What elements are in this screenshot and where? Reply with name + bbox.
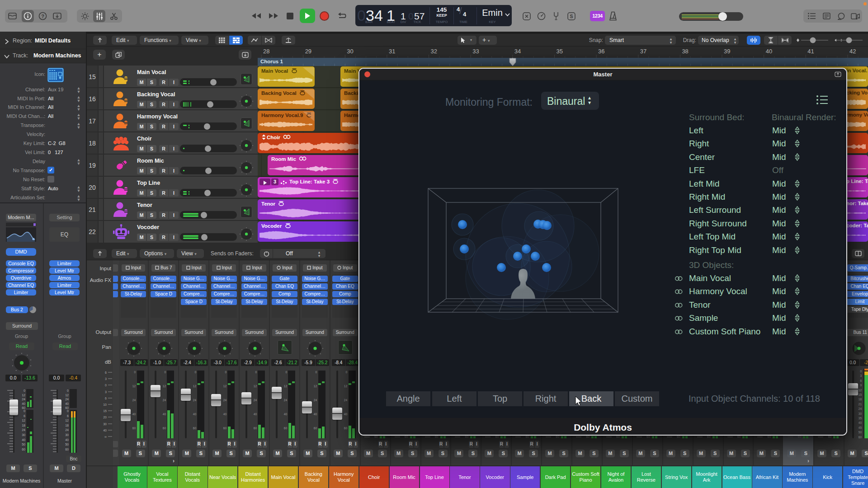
svg-text:30: 30 xyxy=(103,422,107,426)
svg-text:40: 40 xyxy=(223,413,227,416)
svg-text:0: 0 xyxy=(345,371,347,374)
svg-text:24: 24 xyxy=(193,399,197,402)
svg-text:12: 12 xyxy=(254,385,257,388)
svg-text:40: 40 xyxy=(193,413,197,416)
svg-text:40: 40 xyxy=(284,413,288,416)
svg-text:60: 60 xyxy=(254,427,257,430)
svg-text:30: 30 xyxy=(859,412,862,415)
svg-text:0: 0 xyxy=(860,370,862,373)
svg-text:21: 21 xyxy=(859,403,862,406)
svg-text:60: 60 xyxy=(132,427,136,430)
svg-text:12: 12 xyxy=(344,385,348,388)
svg-text:?: ? xyxy=(41,14,44,19)
svg-text:40: 40 xyxy=(163,413,166,416)
svg-text:35: 35 xyxy=(859,417,862,420)
svg-text:60: 60 xyxy=(859,436,862,439)
svg-text:9: 9 xyxy=(860,384,862,387)
svg-text:60: 60 xyxy=(223,427,227,430)
svg-text:3: 3 xyxy=(860,374,862,377)
svg-text:60: 60 xyxy=(344,427,348,430)
svg-text:3: 3 xyxy=(105,390,107,394)
svg-text:15: 15 xyxy=(103,409,107,413)
svg-text:12: 12 xyxy=(859,389,862,392)
svg-text:∞: ∞ xyxy=(104,435,107,438)
svg-text:3: 3 xyxy=(105,377,107,380)
svg-text:40: 40 xyxy=(314,413,317,416)
svg-text:24: 24 xyxy=(163,399,166,402)
svg-text:6: 6 xyxy=(860,379,862,382)
svg-text:0: 0 xyxy=(164,371,166,374)
svg-text:24: 24 xyxy=(344,399,348,402)
svg-text:50: 50 xyxy=(859,431,862,434)
svg-text:24: 24 xyxy=(284,399,288,402)
svg-text:60: 60 xyxy=(163,427,166,430)
svg-text:40: 40 xyxy=(103,429,107,432)
svg-text:40: 40 xyxy=(132,413,136,416)
svg-text:0: 0 xyxy=(134,371,136,374)
svg-text:12: 12 xyxy=(132,385,136,388)
svg-text:S: S xyxy=(570,14,573,19)
svg-text:0: 0 xyxy=(194,371,196,374)
svg-text:24: 24 xyxy=(859,407,862,410)
svg-text:0: 0 xyxy=(315,371,317,374)
svg-text:60: 60 xyxy=(193,427,197,430)
svg-text:60: 60 xyxy=(314,427,317,430)
svg-text:24: 24 xyxy=(254,399,257,402)
svg-text:0: 0 xyxy=(285,371,287,374)
svg-text:12: 12 xyxy=(193,385,197,388)
svg-text:0: 0 xyxy=(105,384,107,387)
svg-text:24: 24 xyxy=(223,399,227,402)
svg-text:24: 24 xyxy=(314,399,317,402)
svg-text:12: 12 xyxy=(223,385,227,388)
svg-text:6: 6 xyxy=(105,371,107,374)
svg-text:20: 20 xyxy=(103,416,107,419)
svg-text:12: 12 xyxy=(314,385,317,388)
svg-text:0: 0 xyxy=(225,371,226,374)
svg-text:60: 60 xyxy=(284,427,288,430)
svg-text:40: 40 xyxy=(859,421,862,424)
svg-text:15: 15 xyxy=(859,393,862,396)
svg-text:10: 10 xyxy=(103,403,107,406)
svg-text:0: 0 xyxy=(255,371,257,374)
svg-text:18: 18 xyxy=(859,398,862,401)
svg-text:6: 6 xyxy=(105,397,107,400)
svg-text:24: 24 xyxy=(132,399,136,402)
svg-text:40: 40 xyxy=(344,413,348,416)
svg-text:40: 40 xyxy=(254,413,257,416)
svg-text:45: 45 xyxy=(859,426,862,429)
svg-text:12: 12 xyxy=(163,385,166,388)
svg-text:12: 12 xyxy=(284,385,288,388)
